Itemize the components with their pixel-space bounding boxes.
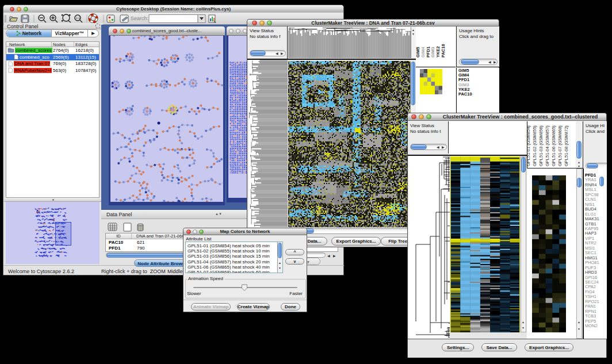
svg-text:1:1: 1:1 — [76, 16, 80, 20]
svg-text:Search:: Search: — [131, 16, 148, 21]
